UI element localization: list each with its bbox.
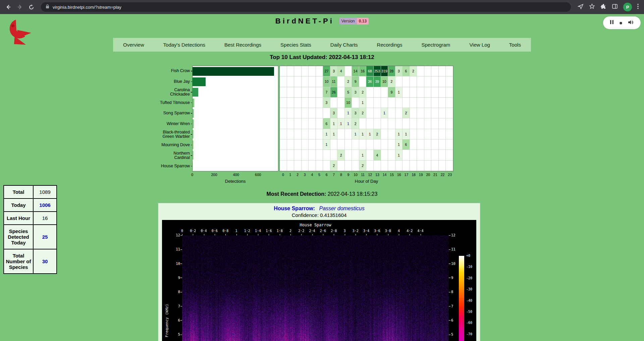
heatmap-cell bbox=[424, 139, 432, 150]
heatmap-cell: 3 bbox=[352, 108, 359, 118]
spectrogram-x-tick-mark bbox=[193, 234, 193, 235]
heatmap-cell bbox=[431, 98, 439, 108]
spectrogram-y-tick-label: 11 bbox=[451, 247, 455, 251]
spectrogram-x-tick-mark bbox=[215, 234, 215, 235]
bar-chart-row bbox=[193, 108, 278, 118]
spectrogram-x-tick-label: 0·2 bbox=[190, 229, 196, 233]
reload-button[interactable] bbox=[26, 2, 36, 12]
species-link[interactable]: House Sparrow: bbox=[274, 206, 315, 211]
spectrogram-x-tick-label: 4·2 bbox=[407, 229, 413, 233]
heatmap-row: 3101 bbox=[280, 98, 453, 108]
detection-count-bar bbox=[193, 151, 194, 160]
colorbar-tick-label: -20 bbox=[466, 276, 472, 280]
spectrogram-x-tick-mark bbox=[345, 234, 345, 235]
heatmap-cell bbox=[352, 98, 359, 108]
heatmap-cell bbox=[302, 98, 309, 108]
spectrogram-y-tick-mark bbox=[449, 235, 450, 236]
bar-chart-row bbox=[193, 139, 278, 150]
stat-value-today[interactable]: 1006 bbox=[33, 198, 57, 212]
heatmap-cell bbox=[345, 150, 352, 160]
send-icon[interactable] bbox=[578, 3, 584, 11]
heatmap-cell bbox=[359, 118, 367, 129]
heatmap-cell bbox=[381, 98, 388, 108]
heatmap-cell bbox=[287, 139, 294, 150]
spectrogram-x-tick-label: 1·2 bbox=[244, 229, 250, 233]
version-badge: Version 0.13 bbox=[339, 18, 369, 24]
nav-item-species-stats[interactable]: Species Stats bbox=[280, 42, 311, 48]
heatmap-cell bbox=[439, 87, 446, 98]
heatmap-cell: 1 bbox=[366, 129, 374, 139]
nav-item-overview[interactable]: Overview bbox=[123, 42, 144, 48]
heatmap-cell bbox=[446, 139, 453, 150]
nav-item-today-s-detections[interactable]: Today's Detections bbox=[163, 42, 205, 48]
heatmap-cell: 6 bbox=[402, 139, 410, 150]
heatmap-cell bbox=[388, 98, 395, 108]
heatmap-cell: 4 bbox=[337, 66, 345, 76]
nav-item-view-log[interactable]: View Log bbox=[469, 42, 490, 48]
nav-item-recordings[interactable]: Recordings bbox=[377, 42, 402, 48]
heatmap-cell bbox=[388, 150, 395, 160]
spectrogram-x-tick-label: 3·8 bbox=[385, 229, 391, 233]
stat-label-species-detected-today: Species Detected Today bbox=[4, 225, 33, 249]
species-label-text: Black-throated Green Warbler bbox=[162, 130, 190, 139]
forward-button[interactable] bbox=[15, 2, 25, 12]
spectrogram-y-tick-label: 5 bbox=[171, 332, 180, 336]
heatmap-cell bbox=[431, 76, 439, 87]
spectrogram-colorbar bbox=[459, 256, 464, 341]
spectrogram-x-tick-label: 3·6 bbox=[374, 229, 380, 233]
heatmap-cell bbox=[374, 161, 381, 171]
heatmap-cell bbox=[431, 161, 439, 171]
heatmap-cell bbox=[294, 161, 302, 171]
bookmark-star-icon[interactable] bbox=[589, 3, 595, 11]
nav-item-best-recordings[interactable]: Best Recordings bbox=[224, 42, 261, 48]
browser-menu-icon[interactable] bbox=[637, 4, 639, 10]
spectrogram-x-tick-label: 4 bbox=[398, 229, 400, 233]
hour-tick-label: 8 bbox=[337, 173, 345, 178]
spectrogram-y-tick-label: 6 bbox=[451, 318, 453, 322]
extensions-icon[interactable] bbox=[600, 3, 606, 11]
spectrogram-x-axis: 00·20·40·60·811·21·41·61·822·22·42·62·83… bbox=[182, 229, 449, 234]
heatmap-cell bbox=[381, 129, 388, 139]
species-label-text: Mourning Dove bbox=[161, 143, 190, 147]
stat-value-species-detected-today[interactable]: 25 bbox=[33, 225, 57, 249]
species-label: Carolina Chickadee bbox=[153, 87, 192, 98]
heatmap-cell bbox=[294, 66, 302, 76]
spectrogram-y-tick-label: 7 bbox=[171, 304, 180, 308]
profile-avatar[interactable]: P bbox=[623, 3, 632, 11]
heatmap-cell: 1 bbox=[352, 129, 359, 139]
heatmap-cell bbox=[323, 150, 330, 160]
heatmap-cell bbox=[280, 139, 287, 150]
heatmap-cell bbox=[374, 118, 381, 129]
stat-value-total-number-of-species[interactable]: 30 bbox=[33, 249, 57, 274]
address-bar[interactable]: virginia.birdnetpi.com/?stream=play bbox=[41, 2, 571, 12]
heatmap-cell bbox=[381, 139, 388, 150]
heatmap-cell: 3 bbox=[330, 108, 338, 118]
spectrogram-x-tick-mark bbox=[269, 234, 269, 235]
spectrogram-y-tick-label: 10 bbox=[171, 262, 180, 266]
heatmap-cell bbox=[424, 87, 432, 98]
heatmap-cell: 3 bbox=[395, 66, 403, 76]
spectrogram-x-tick-label: 2·6 bbox=[320, 229, 326, 233]
chart-axis-titles: Detections Hour of Day bbox=[153, 179, 453, 184]
heatmap-cell bbox=[337, 76, 345, 87]
spectrogram-y-tick-mark bbox=[180, 335, 182, 335]
heatmap-cell bbox=[359, 139, 367, 150]
species-label: Winter Wren bbox=[153, 119, 192, 129]
heatmap-cell bbox=[431, 139, 439, 150]
heatmap-cell bbox=[309, 108, 316, 118]
back-button[interactable] bbox=[3, 2, 13, 12]
page-header: BirdNET-Pi Version 0.13 bbox=[0, 17, 644, 25]
top10-header: Top 10 Last Updated: 2022-04-13 18:12 bbox=[0, 54, 644, 61]
nav-item-daily-charts[interactable]: Daily Charts bbox=[330, 42, 358, 48]
species-label-text: Tufted Titmouse bbox=[160, 101, 190, 105]
heatmap-cell bbox=[316, 150, 323, 160]
nav-item-spectrogram[interactable]: Spectrogram bbox=[421, 42, 450, 48]
nav-item-tools[interactable]: Tools bbox=[509, 42, 521, 48]
spectrogram-y-tick-mark bbox=[180, 278, 182, 278]
heatmap-cell bbox=[302, 76, 309, 87]
side-panel-icon[interactable] bbox=[612, 3, 618, 11]
hourly-detections-heatmap: 2734141668253319283621011293639102726532… bbox=[279, 66, 453, 171]
bar-chart-row bbox=[193, 150, 278, 160]
spectrogram-y-tick-mark bbox=[449, 264, 450, 264]
heatmap-cell bbox=[294, 150, 302, 160]
